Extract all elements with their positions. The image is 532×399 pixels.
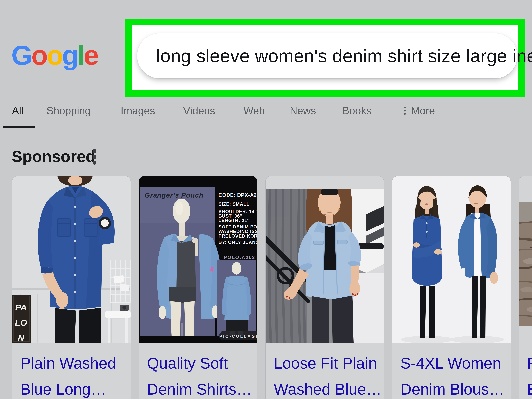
svg-text:CODE: DPX-A203: CODE: DPX-A203 [218,192,257,198]
product-title[interactable]: Quality Soft Denim Shirts… [147,350,252,399]
logo-letter: l [77,40,84,71]
svg-text:PIC•COLLAGE: PIC•COLLAGE [219,334,257,339]
tab-videos[interactable]: Videos [183,105,215,117]
google-search-results-page: { "page": { "background": "#c9cacc" }, "… [0,0,532,399]
tab-images[interactable]: Images [120,105,155,117]
product-card-s4xl-women[interactable]: S-4XL Women Denim Blous… [392,176,511,399]
tab-news[interactable]: News [290,105,316,117]
tabs-divider [0,130,532,130]
tab-all[interactable]: All [12,105,24,117]
tab-books[interactable]: Books [342,105,372,117]
product-card-partial[interactable]: P B [519,176,532,399]
search-query-text: long sleeve women's denim shirt size lar… [137,45,532,66]
svg-text:N: N [18,333,25,343]
svg-text:PA: PA [15,302,27,312]
product-title[interactable]: S-4XL Women Denim Blous… [400,350,505,399]
tab-web[interactable]: Web [243,105,265,117]
logo-letter: g [62,40,77,71]
product-image-rock-texture [519,202,532,326]
search-box-area: long sleeve women's denim shirt size lar… [132,25,518,90]
search-box-highlight-annotation: long sleeve women's denim shirt size lar… [125,19,525,97]
google-logo[interactable]: Google [11,42,98,69]
product-card-loose-fit[interactable]: Loose Fit Plain Washed Blue… [265,176,384,399]
product-image-two-women-denim [392,176,511,343]
tab-more[interactable]: More [404,105,435,117]
logo-letter: e [84,40,98,71]
active-tab-underline [3,126,35,128]
svg-text:LENGTH: 21″: LENGTH: 21″ [218,218,250,223]
pic-collage-watermark: PIC•COLLAGE [218,331,257,341]
product-image-woman-light-denim [266,176,384,343]
logo-letter: o [31,40,47,71]
sponsored-menu-icon[interactable] [93,149,96,165]
photo-ref-label: POLO.A203 [224,255,255,260]
product-card-plain-washed[interactable]: PA LO N [12,176,131,399]
logo-letter: o [47,40,62,71]
svg-text:PRELOVED KOREA: PRELOVED KOREA [218,233,257,238]
svg-text:LO: LO [15,318,27,328]
tab-more-label: More [411,105,435,117]
product-title[interactable]: Plain Washed Blue Long… [20,350,116,399]
photo-back-view-inset [217,260,256,336]
product-image-mannequin-collage: Granger's Pouch CODE: DPX-A203 SIZE: SMA… [139,176,257,343]
svg-text:BY: ONLY JEANS: BY: ONLY JEANS [218,240,257,245]
more-kebab-icon [404,107,406,115]
tab-shopping[interactable]: Shopping [46,105,91,117]
product-card-quality-soft[interactable]: Granger's Pouch CODE: DPX-A203 SIZE: SMA… [139,176,258,399]
photo-brand-text: Granger's Pouch [145,191,203,199]
product-title[interactable]: Loose Fit Plain Washed Blue… [274,350,382,399]
logo-letter: G [11,40,31,71]
product-title[interactable]: P B [527,350,532,399]
sponsored-label: Sponsored [12,147,95,166]
svg-text:SIZE: SMALL: SIZE: SMALL [218,201,249,207]
search-input[interactable]: long sleeve women's denim shirt size lar… [137,33,517,78]
product-image-woman-dark-denim: PA LO N [12,176,131,343]
